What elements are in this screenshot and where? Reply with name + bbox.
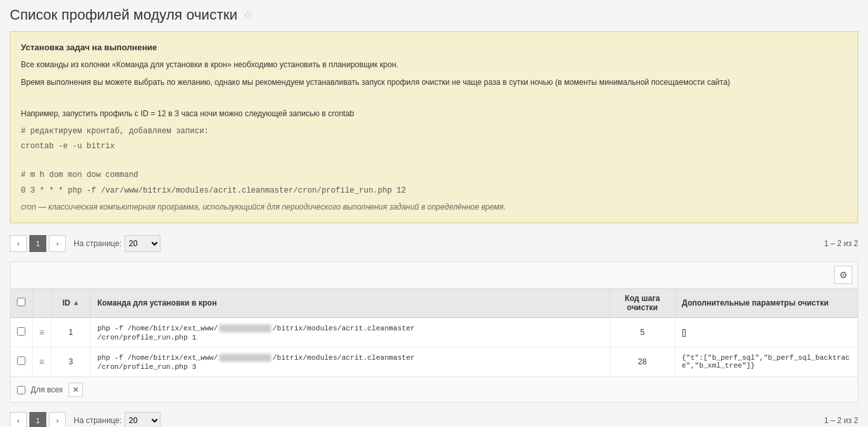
th-drag: [33, 289, 52, 318]
row2-blurred: [219, 354, 271, 362]
th-id: ID ▲: [52, 289, 91, 318]
next-page-btn-top[interactable]: ›: [49, 235, 66, 252]
row1-cmd: php -f /home/bitrix/ext_www//bitrix/modu…: [91, 317, 610, 347]
sort-icon[interactable]: ▲: [73, 299, 80, 306]
per-page-select-top[interactable]: 20 50 100: [125, 235, 160, 252]
th-cmd: Команда для установки в крон: [91, 289, 610, 318]
info-line2: Время выполнения вы можете выбрать по же…: [21, 76, 847, 89]
info-code2: crontab -e -u bitrix: [21, 140, 847, 153]
table-header-row: ID ▲ Команда для установки в крон Код ша…: [10, 289, 858, 318]
row1-drag: ≡: [33, 317, 52, 347]
select-all-checkbox[interactable]: [17, 298, 25, 306]
table-row: ≡ 3 php -f /home/bitrix/ext_www//bitrix/…: [10, 347, 858, 376]
footer-delete-button[interactable]: ✕: [68, 383, 83, 397]
row1-blurred: [219, 324, 271, 332]
footer-for-all-label: Для всех: [31, 385, 63, 394]
table-toolbar: ⚙: [10, 262, 858, 289]
drag-handle-icon[interactable]: ≡: [39, 356, 44, 367]
profiles-table: ID ▲ Команда для установки в крон Код ша…: [10, 289, 858, 377]
prev-page-btn-top[interactable]: ‹: [10, 235, 27, 252]
row1-checkbox[interactable]: [17, 327, 25, 336]
page-title: Список профилей модуля очистки: [10, 7, 237, 24]
drag-handle-icon[interactable]: ≡: [39, 327, 44, 338]
info-line3: Например, запустить профиль с ID = 12 в …: [21, 108, 847, 120]
row2-cmd-text: php -f /home/bitrix/ext_www//bitrix/modu…: [97, 354, 415, 371]
footer-select-all-checkbox[interactable]: [17, 386, 25, 394]
page-count-top: 1 – 2 из 2: [824, 239, 858, 248]
prev-page-btn-bottom[interactable]: ‹: [10, 412, 27, 427]
row2-drag: ≡: [33, 347, 52, 376]
table-footer: Для всех ✕: [10, 377, 858, 402]
next-page-btn-bottom[interactable]: ›: [49, 412, 66, 427]
pagination-top: ‹ 1 › На странице: 20 50 100 1 – 2 из 2: [10, 232, 858, 255]
row2-id: 3: [52, 347, 91, 376]
table-row: ≡ 1 php -f /home/bitrix/ext_www//bitrix/…: [10, 317, 858, 347]
row1-params: []: [675, 317, 858, 347]
th-step: Код шага очистки: [610, 289, 675, 318]
table-container: ⚙ ID ▲ Команда для установки в крон: [10, 261, 858, 403]
row1-id: 1: [52, 317, 91, 347]
pagination-bottom: ‹ 1 › На странице: 20 50 100 1 – 2 из 2: [10, 409, 858, 427]
info-box: Установка задач на выполнение Все команд…: [10, 31, 858, 223]
info-line1: Все команды из колонки «Команда для уста…: [21, 59, 847, 71]
page-1-btn-bottom[interactable]: 1: [29, 412, 46, 427]
info-italic: cron — классическая компьютерная програм…: [21, 201, 847, 214]
info-code4: # m h dom mon dow command: [21, 169, 847, 182]
row1-cmd-text: php -f /home/bitrix/ext_www//bitrix/modu…: [97, 324, 415, 341]
th-params: Дополнительные параметры очистки: [675, 289, 858, 318]
info-code1: # редактируем кронтаб, добавляем записи:: [21, 125, 847, 138]
info-code5: 0 3 * * * php -f /var/www/bitrix/modules…: [21, 185, 847, 197]
row1-step: 5: [610, 317, 675, 347]
row1-check: [10, 317, 33, 347]
row2-check: [10, 347, 33, 376]
th-check: [10, 289, 33, 318]
per-page-label-top: На странице:: [74, 239, 122, 248]
row2-checkbox[interactable]: [17, 356, 25, 365]
row2-params: {"t":["b_perf_sql","b_perf_sql_backtrace…: [675, 347, 858, 376]
row2-cmd: php -f /home/bitrix/ext_www//bitrix/modu…: [91, 347, 610, 376]
row2-step: 28: [610, 347, 675, 376]
per-page-select-bottom[interactable]: 20 50 100: [125, 412, 160, 427]
page-count-bottom: 1 – 2 из 2: [824, 416, 858, 425]
per-page-label-bottom: На странице:: [74, 416, 122, 425]
favorite-icon[interactable]: ☆: [243, 8, 253, 22]
info-title: Установка задач на выполнение: [21, 41, 847, 55]
settings-button[interactable]: ⚙: [834, 266, 852, 284]
page-1-btn-top[interactable]: 1: [29, 235, 46, 252]
